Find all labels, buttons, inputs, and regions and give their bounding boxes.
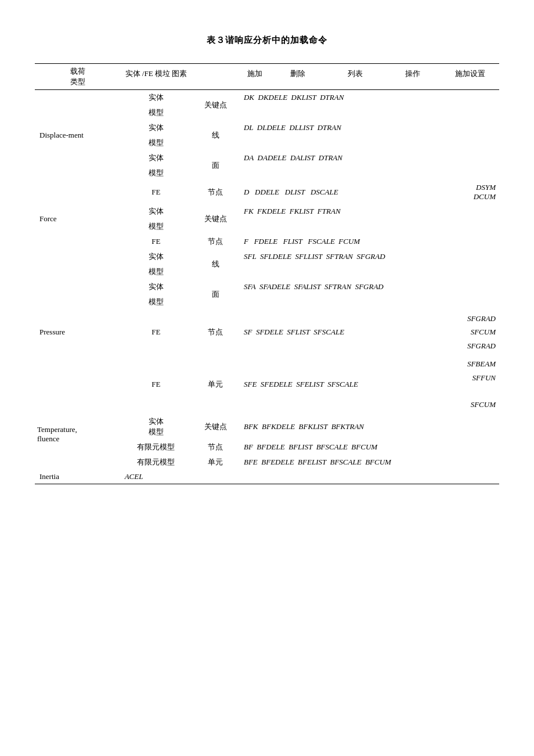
table-row: 实体 面 SFA SFADELE SFALIST SFTRAN SFGRAD <box>35 279 499 294</box>
header-row: 载荷 类型 实体 /FE 模垃 图素 施加 删除 列表 操作 施加设置 <box>35 64 499 84</box>
table-row: FE 单元 SFE SFEDELE SFELIST SFSCALE SFBEAM… <box>35 355 499 414</box>
table-row: FE 节点 D DDELE DLIST DSCALE DSYM DCUM <box>35 181 499 204</box>
table-row: 有限元模型 单元 BFE BFEDELE BFELIST BFSCALE BFC… <box>35 455 499 470</box>
table-row: 实体 面 DA DADELE DALIST DTRAN <box>35 150 499 165</box>
col-header-load-type2: 类型 <box>38 77 118 87</box>
table-row: Displace-ment 实体 线 DL DLDELE DLLIST DTRA… <box>35 120 499 135</box>
table-row: Pressure FE 节点 SF SFDELE SFLIST SFSCALE … <box>35 309 499 355</box>
col-header-load-type: 载荷 <box>38 66 118 77</box>
table-row: Inertia ACEL <box>35 470 499 484</box>
main-table: 载荷 类型 实体 /FE 模垃 图素 施加 删除 列表 操作 施加设置 实体 关… <box>35 63 499 484</box>
table-row: FE 节点 F FDELE FLIST FSCALE FCUM <box>35 234 499 249</box>
table-row: 实体 线 SFL SFLDELE SFLLIST SFTRAN SFGRAD <box>35 249 499 264</box>
table-row: 实体 关键点 DK DKDELE DKLIST DTRAN <box>35 90 499 106</box>
page-title: 表３谐响应分析中的加载命令 <box>35 35 499 46</box>
table-row: Temperature,fluence 实体模型 关键点 BFK BFKDELE… <box>35 414 499 440</box>
table-row: Force 实体 关键点 FK FKDELE FKLIST FTRAN <box>35 204 499 219</box>
